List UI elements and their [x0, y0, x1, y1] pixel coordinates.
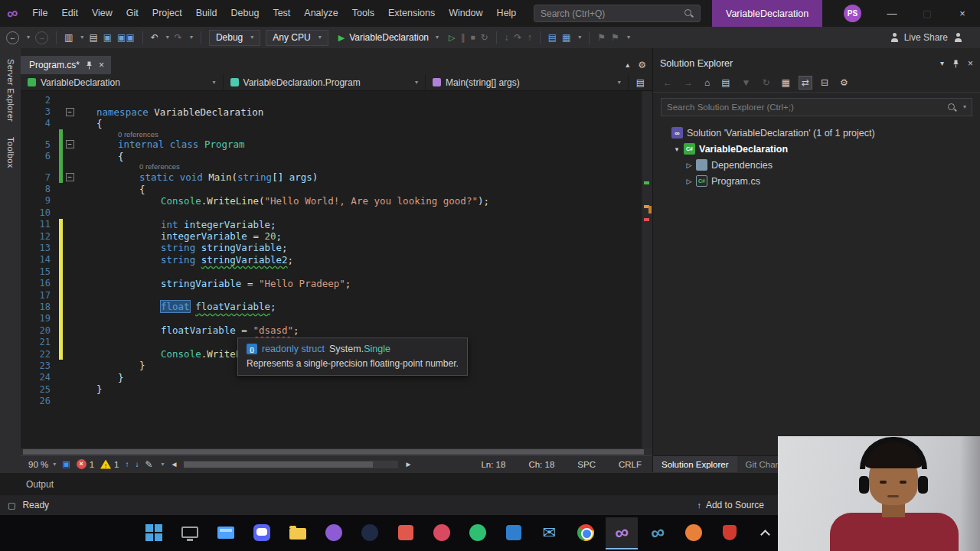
- solution-platforms-icon[interactable]: ▦: [562, 33, 570, 42]
- line-ending-indicator[interactable]: CRLF: [619, 460, 642, 469]
- expanded-expander-icon[interactable]: ▾: [671, 145, 682, 153]
- line-number[interactable]: 3: [21, 106, 59, 117]
- menu-git[interactable]: Git: [119, 0, 145, 27]
- line-number[interactable]: 19: [21, 313, 59, 324]
- app-green-icon[interactable]: [462, 517, 494, 549]
- code-line[interactable]: 8{: [21, 183, 642, 194]
- line-number[interactable]: 25: [21, 384, 59, 395]
- start-debugging-button[interactable]: ▶ VariableDeclaration ▾: [334, 29, 443, 46]
- undo-icon[interactable]: ↶: [151, 33, 158, 42]
- line-number[interactable]: 20: [21, 325, 59, 336]
- refresh-icon[interactable]: ↻: [760, 77, 772, 89]
- file-explorer-icon[interactable]: [282, 517, 314, 549]
- navigate-forward-icon[interactable]: →: [35, 31, 48, 44]
- code-line[interactable]: 12integerVariable = 20;: [21, 230, 642, 242]
- collapse-all-icon[interactable]: ⊟: [818, 77, 831, 89]
- panel-menu-icon[interactable]: ▾: [940, 60, 944, 67]
- configuration-dropdown[interactable]: Debug▾: [209, 30, 260, 46]
- code-line[interactable]: 19: [21, 313, 642, 324]
- line-number[interactable]: 17: [21, 290, 59, 301]
- spaces-indicator[interactable]: SPC: [577, 460, 596, 469]
- break-all-icon[interactable]: ∥: [460, 33, 465, 42]
- window-app-icon[interactable]: [210, 517, 242, 549]
- solution-search-box[interactable]: Search Solution Explorer (Ctrl+;) ▾: [661, 98, 972, 116]
- line-number[interactable]: 26: [21, 396, 59, 406]
- error-icon[interactable]: ×: [77, 459, 87, 469]
- horizontal-scrollbar-thumb[interactable]: [23, 449, 644, 455]
- panel-close-icon[interactable]: ×: [968, 59, 973, 68]
- fold-toggle-icon[interactable]: −: [66, 173, 74, 181]
- start-icon[interactable]: [138, 517, 170, 549]
- code-line[interactable]: 14string stringVariable2;: [21, 254, 642, 266]
- pending-changes-filter-icon[interactable]: ▼: [740, 77, 753, 89]
- back-icon[interactable]: ←: [661, 77, 675, 89]
- background-tasks-icon[interactable]: ▢: [8, 500, 15, 510]
- live-share-button[interactable]: Live Share: [890, 32, 948, 43]
- steam-icon[interactable]: [354, 517, 386, 549]
- sync-with-active-document-icon[interactable]: ⇄: [799, 77, 812, 89]
- line-number[interactable]: 14: [21, 254, 59, 265]
- line-number[interactable]: 11: [21, 219, 59, 230]
- monitor-app-icon[interactable]: [174, 517, 206, 549]
- prev-issue-icon[interactable]: ↑: [125, 461, 129, 468]
- menu-tools[interactable]: Tools: [345, 0, 381, 27]
- save-all-icon[interactable]: ▣▣: [117, 33, 135, 42]
- code-lens-label[interactable]: 0 references: [77, 130, 158, 139]
- tab-list-icon[interactable]: ▴: [626, 61, 629, 69]
- code-line[interactable]: 4{: [21, 118, 642, 129]
- app-orange-icon[interactable]: [390, 517, 422, 549]
- menu-project[interactable]: Project: [145, 0, 189, 27]
- side-tab-server-explorer[interactable]: Server Explorer: [6, 59, 15, 122]
- app-red-icon[interactable]: [426, 517, 458, 549]
- mail-icon[interactable]: ✉: [534, 517, 566, 549]
- code-line[interactable]: 20floatVariable = "dsasd";: [21, 324, 642, 336]
- step-into-icon[interactable]: ↓: [505, 33, 509, 42]
- menu-debug[interactable]: Debug: [224, 0, 266, 27]
- warning-count[interactable]: 1: [114, 460, 119, 469]
- warning-icon[interactable]: !: [100, 460, 111, 469]
- file-nesting-icon[interactable]: ▦: [779, 77, 792, 89]
- scroll-left-icon[interactable]: ◄: [171, 461, 178, 468]
- code-line[interactable]: 10: [21, 207, 642, 218]
- code-line[interactable]: 7−static void Main(string[] args): [21, 171, 642, 183]
- vertical-scrollbar[interactable]: [642, 91, 652, 448]
- menu-analyze[interactable]: Analyze: [297, 0, 345, 27]
- find-in-files-icon[interactable]: ▤: [548, 33, 557, 42]
- navigate-backward-dropdown-icon[interactable]: ▾: [27, 34, 30, 41]
- line-number[interactable]: 2: [21, 95, 59, 106]
- code-line[interactable]: 11int integerVariable;: [21, 219, 642, 230]
- code-line[interactable]: 9Console.WriteLine("Hello World!, Are yo…: [21, 195, 642, 207]
- collapsed-expander-icon[interactable]: ▷: [684, 161, 694, 169]
- properties-icon[interactable]: ⚙: [838, 77, 851, 89]
- code-line[interactable]: 2: [21, 94, 642, 106]
- fold-toggle-icon[interactable]: −: [66, 140, 74, 148]
- scroll-right-icon[interactable]: ►: [404, 461, 412, 468]
- code-line[interactable]: 5−internal class Program: [21, 139, 642, 150]
- code-line[interactable]: 6{: [21, 151, 642, 162]
- open-file-icon[interactable]: ▤: [89, 33, 97, 42]
- tab-settings-icon[interactable]: ⚙: [638, 60, 646, 70]
- menu-edit[interactable]: Edit: [54, 0, 85, 27]
- error-count[interactable]: 1: [90, 460, 94, 469]
- line-number[interactable]: 15: [21, 266, 59, 277]
- maximize-button[interactable]: ▢: [910, 0, 945, 27]
- minimize-button[interactable]: —: [874, 0, 910, 27]
- forward-icon[interactable]: →: [681, 77, 695, 89]
- side-tab-toolbox[interactable]: Toolbox: [6, 137, 15, 168]
- document-health-icon[interactable]: ▣: [62, 459, 70, 469]
- line-number[interactable]: 21: [21, 337, 59, 347]
- menu-view[interactable]: View: [85, 0, 119, 27]
- line-number[interactable]: 22: [21, 349, 59, 360]
- visual-studio-icon[interactable]: ∞: [606, 517, 638, 549]
- code-line[interactable]: 25}: [21, 383, 642, 395]
- code-line[interactable]: 3−namespace VariableDeclaration: [21, 106, 642, 117]
- code-line[interactable]: 18float floatVariable;: [21, 301, 642, 312]
- fold-toggle-icon[interactable]: −: [66, 108, 74, 116]
- line-number[interactable]: 23: [21, 360, 59, 371]
- code-editor[interactable]: 23−namespace VariableDeclaration4{0 refe…: [21, 91, 642, 448]
- tree-item-dependencies[interactable]: ▷Dependencies: [653, 157, 980, 173]
- redo-icon[interactable]: ↷: [175, 33, 182, 42]
- menu-window[interactable]: Window: [442, 0, 489, 27]
- edit-mode-icon[interactable]: ✎: [145, 460, 152, 469]
- bookmark-next-icon[interactable]: ⚑: [611, 33, 619, 42]
